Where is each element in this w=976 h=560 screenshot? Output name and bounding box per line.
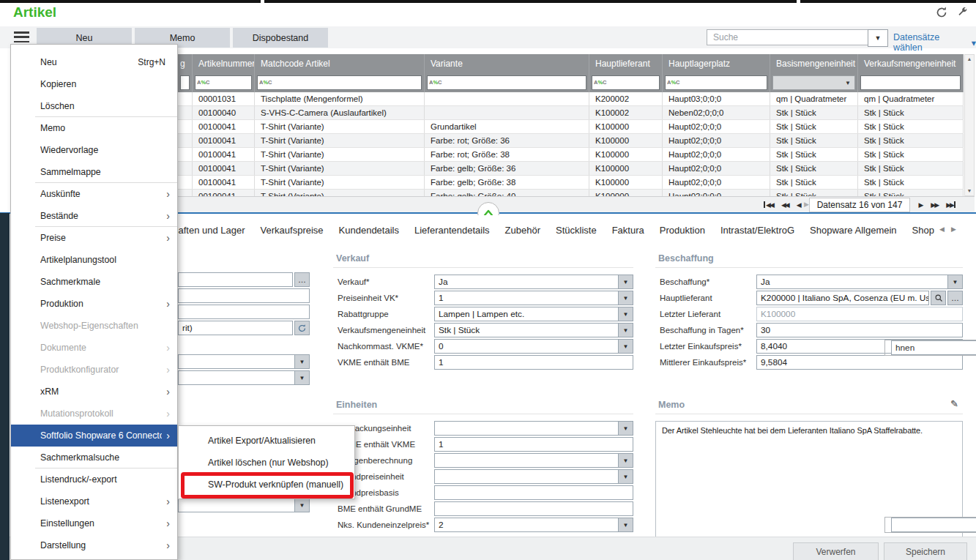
field-input[interactable] [434,453,619,468]
column-header-hauptlagerplatz[interactable]: Hauptlagerplatz [663,54,770,73]
dropdown-arrow-button[interactable]: ▼ [294,498,310,512]
field-input[interactable] [178,370,295,385]
menu-item[interactable]: Sachmerkmalsuche [11,447,177,468]
menu-item[interactable]: Wiedervorlage [11,139,177,161]
field-input[interactable]: 1 [434,437,633,452]
field-input[interactable] [434,421,619,436]
table-row[interactable]: 00001031 Tischplatte (Mengenformel) K200… [178,92,964,106]
filter-input-hauptlagerplatz[interactable] [681,77,767,89]
menu-item[interactable]: Softfolio Shopware 6 Connector › [11,425,177,447]
search-lookup-button[interactable] [931,291,946,305]
detail-tab[interactable]: Intrastat/ElektroG [720,225,794,236]
detail-tab[interactable]: Shopware Allgemein [810,225,897,236]
more-options-button[interactable]: … [947,291,963,305]
field-input[interactable]: K200000 | Italiano SpA, Cosenza (EU m. U… [756,291,929,305]
column-header-fragment[interactable]: g [178,54,193,73]
field-input[interactable] [178,498,295,512]
dropdown-arrow-button[interactable]: ▼ [618,275,633,289]
tabs-scroll-right-icon[interactable]: ▶ [951,225,956,233]
column-header-artikelnummer[interactable]: Artikelnummer [193,54,255,73]
search-input[interactable] [707,29,871,45]
field-input[interactable]: Ja [434,275,619,289]
field-input[interactable]: Ja [756,275,948,289]
table-scrollbar[interactable]: ▲ ▼ [964,54,975,196]
field-input[interactable]: hnen [891,340,976,355]
menu-item[interactable]: Preise › [11,227,177,249]
menu-item[interactable]: Sammelmappe [11,161,177,183]
filter-input-variante[interactable] [443,77,586,89]
field-input[interactable]: 0 [434,339,619,354]
dropdown-arrow-button[interactable]: ▼ [294,370,310,385]
prev-record-button[interactable]: ◀ [797,201,801,209]
menu-item[interactable]: Darstellung › [11,534,177,556]
dropdown-arrow-button[interactable]: ▼ [618,339,633,354]
menu-item[interactable]: Neu Strg+N [11,51,177,73]
column-header-verkaufsmengeneinheit[interactable]: Verkaufsmengeneinheit [858,54,964,73]
menu-item[interactable]: Dokumente › [11,337,177,359]
first-record-button[interactable]: ◀◀ [764,201,773,209]
detail-tab[interactable]: Verkaufspreise [261,225,324,236]
fast-next-button[interactable]: ▶▶ [931,201,938,209]
menu-item[interactable]: Kopieren [11,73,177,95]
field-input[interactable]: 1 [434,291,619,305]
submenu-item[interactable]: SW-Produkt verknüpfen (manuell) [179,474,354,496]
detail-tab[interactable]: Lieferantendetails [414,225,490,236]
table-row[interactable]: 00100041 T-Shirt (Variante) Farbe: rot; … [178,148,964,162]
detail-tab[interactable]: Faktura [612,225,644,236]
menu-item[interactable]: Auskünfte › [11,183,177,205]
field-input[interactable] [434,469,619,484]
menu-item[interactable]: Produktkonfigurator › [11,359,177,381]
field-input[interactable] [178,305,310,319]
detail-tab[interactable]: Stückliste [556,225,597,236]
dropdown-arrow-button[interactable]: ▼ [947,275,963,289]
fast-prev-button[interactable]: ◀◀ [781,201,789,209]
detail-tab[interactable]: Shop [912,225,934,236]
filter-dropdown-bme[interactable]: ▼ [772,75,855,90]
hamburger-menu-icon[interactable] [14,31,29,42]
column-header-basismengeneinheit[interactable]: Basismengeneinheit [770,54,858,73]
toolbar-button[interactable]: Dispobestand [233,28,328,48]
scroll-down-icon[interactable]: ▼ [965,187,974,195]
field-input[interactable]: Stk | Stück [434,323,619,337]
menu-item[interactable]: Sachmerkmale [11,271,177,293]
field-input[interactable]: rit) [178,321,293,335]
dropdown-arrow-button[interactable]: ▼ [618,323,633,337]
edit-pencil-icon[interactable]: ✎ [950,398,958,409]
detail-tab[interactable]: Zubehör [505,225,540,236]
filter-input-artikelnummer[interactable] [211,77,251,89]
field-input[interactable]: 2 [434,518,619,532]
field-input[interactable]: 30 [756,323,963,337]
field-input[interactable] [434,485,633,500]
field-input[interactable] [178,354,295,369]
dropdown-arrow-button[interactable]: ▼ [618,469,633,484]
table-row[interactable]: 00100041 T-Shirt (Variante) Farbe: gelb;… [178,190,964,196]
table-row[interactable]: 00100040 S-VHS-C-Camera (Auslaufartikel)… [178,106,964,120]
menu-item[interactable]: Produktion › [11,293,177,315]
refresh-button[interactable] [294,321,310,335]
menu-item[interactable]: xRM › [11,381,177,403]
field-input[interactable] [891,518,976,532]
detail-tab[interactable]: Kundendetails [339,225,399,236]
menu-item[interactable]: Memo [11,117,177,139]
records-select-link[interactable]: Datensätze wählen ▾ [893,32,976,53]
filter-input-hauptlieferant[interactable] [608,77,659,89]
menu-item[interactable]: Listenexport › [11,490,177,512]
field-input[interactable]: 9,5804 [756,355,963,370]
menu-item[interactable]: Einstellungen › [11,512,177,534]
save-button[interactable]: Speichern [884,542,967,560]
dropdown-arrow-button[interactable]: ▼ [618,291,633,305]
menu-item[interactable]: Artikelplanungstool [11,249,177,271]
detail-tab[interactable]: Produktion [660,225,705,236]
tabs-scroll-left-icon[interactable]: ◀ [939,225,945,233]
table-row[interactable]: 00100041 T-Shirt (Variante) Farbe: gelb;… [178,162,964,176]
search-dropdown-button[interactable]: ▼ [868,29,888,47]
column-header-variante[interactable]: Variante [425,54,589,73]
field-input[interactable]: K100000 [756,307,963,321]
submenu-item[interactable]: Artikel Export/Aktualisieren [179,430,354,452]
filter-input-matchcode[interactable] [273,77,421,89]
dropdown-arrow-button[interactable]: ▼ [618,421,633,436]
menu-item[interactable]: Webshop-Eigenschaften [11,315,177,337]
dropdown-arrow-button[interactable]: ▼ [618,453,633,468]
settings-wrench-icon[interactable] [955,6,969,19]
more-options-button[interactable]: … [294,272,310,287]
